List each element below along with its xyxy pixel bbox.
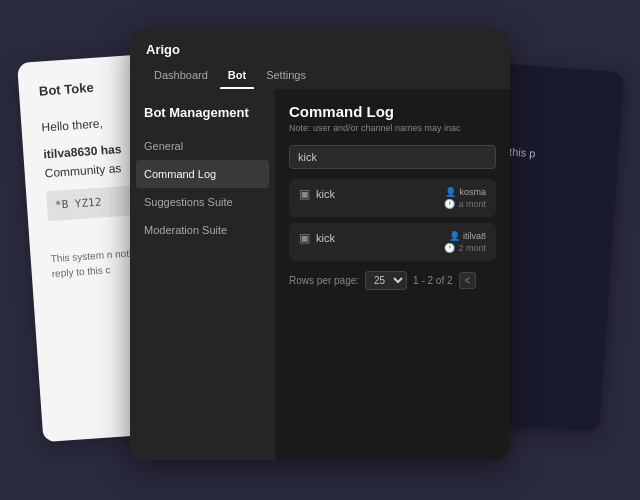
cmd-time-2: 🕐 2 mont (444, 243, 486, 253)
cmd-row-1: ▣ kick 👤 kosma 🕐 a mont (289, 179, 496, 217)
pagination: Rows per page: 25 10 50 1 - 2 of 2 < (289, 271, 496, 290)
pagination-range: 1 - 2 of 2 (413, 275, 452, 286)
cmd-user-1: 👤 kosma (444, 187, 486, 197)
time-icon-2: 🕐 (444, 243, 455, 253)
sidebar: Bot Management General Command Log Sugge… (130, 89, 275, 460)
tab-bot[interactable]: Bot (220, 65, 254, 89)
content-title: Command Log (289, 103, 496, 120)
cmd-name-1: kick (316, 188, 335, 200)
user-icon-1: 👤 (445, 187, 456, 197)
sidebar-item-command-log[interactable]: Command Log (136, 160, 269, 188)
cmd-icon-2: ▣ (299, 231, 310, 245)
time-icon-1: 🕐 (444, 199, 455, 209)
app-name: Arigo (146, 42, 494, 57)
cmd-name-2: kick (316, 232, 335, 244)
cmd-time-1: 🕐 a mont (444, 199, 486, 209)
rows-per-page-label: Rows per page: (289, 275, 359, 286)
pagination-prev[interactable]: < (459, 272, 477, 289)
user-icon-2: 👤 (449, 231, 460, 241)
card-body: Bot Management General Command Log Sugge… (130, 89, 510, 460)
main-card: Arigo Dashboard Bot Settings Bot Managem… (130, 30, 510, 460)
cmd-icon-1: ▣ (299, 187, 310, 201)
nav-tabs: Dashboard Bot Settings (146, 65, 494, 89)
content-panel: Command Log Note: user and/or channel na… (275, 89, 510, 460)
search-input[interactable] (289, 145, 496, 169)
sidebar-item-suggestions[interactable]: Suggestions Suite (130, 188, 275, 216)
tab-settings[interactable]: Settings (258, 65, 314, 89)
sidebar-title: Bot Management (130, 105, 275, 132)
sidebar-item-moderation[interactable]: Moderation Suite (130, 216, 275, 244)
cmd-row-2: ▣ kick 👤 itilva8 🕐 2 mont (289, 223, 496, 261)
cmd-user-2: 👤 itilva8 (444, 231, 486, 241)
content-subtitle: Note: user and/or channel names may inac (289, 122, 496, 135)
action-text: itilva8630 has (43, 142, 122, 161)
rows-per-page-select[interactable]: 25 10 50 (365, 271, 407, 290)
tab-dashboard[interactable]: Dashboard (146, 65, 216, 89)
sidebar-item-general[interactable]: General (130, 132, 275, 160)
card-header: Arigo Dashboard Bot Settings (130, 30, 510, 89)
